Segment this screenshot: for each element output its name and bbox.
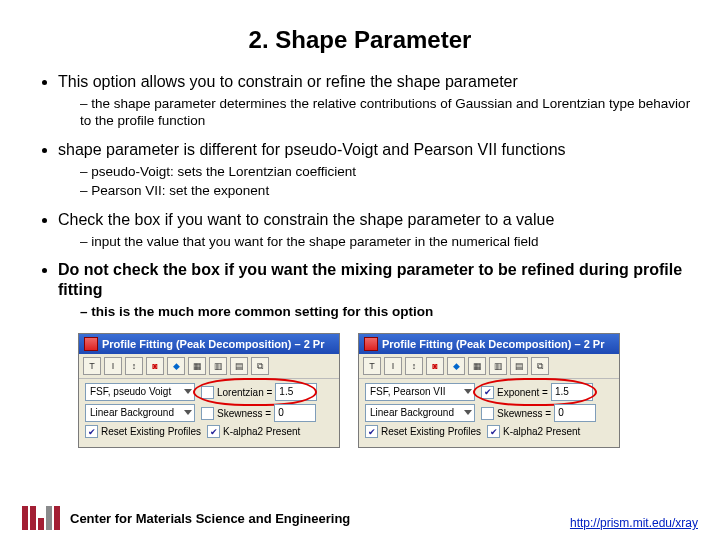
exponent-field[interactable]: 1.5 <box>551 383 593 401</box>
toolbar-button[interactable]: ↕ <box>405 357 423 375</box>
kalpha2-label: K-alpha2 Present <box>503 426 580 437</box>
window-title-text: Profile Fitting (Peak Decomposition) – 2… <box>102 338 324 350</box>
toolbar-button[interactable]: ▥ <box>489 357 507 375</box>
bullet-4-text: Do not check the box if you want the mix… <box>58 261 682 298</box>
bullet-2-text: shape parameter is different for pseudo-… <box>58 141 566 158</box>
bullet-2-sub-2: Pearson VII: set the exponent <box>80 183 692 200</box>
bullet-list: This option allows you to constrain or r… <box>28 72 692 321</box>
kalpha2-checkbox[interactable]: ✔ <box>207 425 220 438</box>
slide-title: 2. Shape Parameter <box>28 26 692 54</box>
toolbar-button[interactable]: ▦ <box>468 357 486 375</box>
toolbar-button[interactable]: ◆ <box>167 357 185 375</box>
toolbar: T I ↕ ◙ ◆ ▦ ▥ ▤ ⧉ <box>79 354 339 379</box>
bullet-4: Do not check the box if you want the mix… <box>58 260 692 321</box>
app-icon <box>84 337 98 351</box>
kalpha2-label: K-alpha2 Present <box>223 426 300 437</box>
app-icon <box>364 337 378 351</box>
toolbar-button[interactable]: T <box>83 357 101 375</box>
window-title-text: Profile Fitting (Peak Decomposition) – 2… <box>382 338 604 350</box>
toolbar-button[interactable]: I <box>384 357 402 375</box>
toolbar: T I ↕ ◙ ◆ ▦ ▥ ▤ ⧉ <box>359 354 619 379</box>
toolbar-button[interactable]: ▦ <box>188 357 206 375</box>
kalpha2-checkbox[interactable]: ✔ <box>487 425 500 438</box>
bullet-2-sub-1: pseudo-Voigt: sets the Lorentzian coeffi… <box>80 164 692 181</box>
toolbar-button[interactable]: ▤ <box>230 357 248 375</box>
skewness-label: Skewness = <box>217 408 271 419</box>
bullet-3-text: Check the box if you want to constrain t… <box>58 211 554 228</box>
toolbar-button[interactable]: ▤ <box>510 357 528 375</box>
window-titlebar: Profile Fitting (Peak Decomposition) – 2… <box>359 334 619 354</box>
mit-logo <box>22 506 60 530</box>
toolbar-button[interactable]: T <box>363 357 381 375</box>
toolbar-button[interactable]: ⧉ <box>531 357 549 375</box>
screenshot-pseudo-voigt: Profile Fitting (Peak Decomposition) – 2… <box>78 333 340 448</box>
footer-center-text: Center for Materials Science and Enginee… <box>70 511 350 526</box>
bullet-1: This option allows you to constrain or r… <box>58 72 692 130</box>
toolbar-button[interactable]: ⧉ <box>251 357 269 375</box>
reset-profiles-checkbox[interactable]: ✔ <box>85 425 98 438</box>
background-dropdown[interactable]: Linear Background <box>85 404 195 422</box>
bullet-3-sub-1: input the value that you want for the sh… <box>80 234 692 251</box>
background-dropdown[interactable]: Linear Background <box>365 404 475 422</box>
bullet-1-text: This option allows you to constrain or r… <box>58 73 518 90</box>
lorentzian-checkbox[interactable] <box>201 386 214 399</box>
skewness-checkbox[interactable] <box>201 407 214 420</box>
lorentzian-field[interactable]: 1.5 <box>275 383 317 401</box>
bullet-2: shape parameter is different for pseudo-… <box>58 140 692 200</box>
skewness-field[interactable]: 0 <box>274 404 316 422</box>
skewness-checkbox[interactable] <box>481 407 494 420</box>
exponent-label: Exponent = <box>497 387 548 398</box>
screenshot-pearson-vii: Profile Fitting (Peak Decomposition) – 2… <box>358 333 620 448</box>
fsf-dropdown[interactable]: FSF, pseudo Voigt <box>85 383 195 401</box>
skewness-field[interactable]: 0 <box>554 404 596 422</box>
fsf-dropdown[interactable]: FSF, Pearson VII <box>365 383 475 401</box>
reset-profiles-checkbox[interactable]: ✔ <box>365 425 378 438</box>
toolbar-button[interactable]: ▥ <box>209 357 227 375</box>
exponent-checkbox[interactable]: ✔ <box>481 386 494 399</box>
skewness-label: Skewness = <box>497 408 551 419</box>
toolbar-button[interactable]: ↕ <box>125 357 143 375</box>
toolbar-button[interactable]: ◙ <box>426 357 444 375</box>
reset-profiles-label: Reset Existing Profiles <box>101 426 201 437</box>
screenshots-row: Profile Fitting (Peak Decomposition) – 2… <box>78 333 692 448</box>
slide-footer: Center for Materials Science and Enginee… <box>22 506 698 530</box>
window-titlebar: Profile Fitting (Peak Decomposition) – 2… <box>79 334 339 354</box>
bullet-3: Check the box if you want to constrain t… <box>58 210 692 251</box>
lorentzian-label: Lorentzian = <box>217 387 272 398</box>
bullet-4-sub-1: this is the much more common setting for… <box>80 304 692 321</box>
reset-profiles-label: Reset Existing Profiles <box>381 426 481 437</box>
bullet-1-sub-1: the shape parameter determines the relat… <box>80 96 692 130</box>
toolbar-button[interactable]: ◆ <box>447 357 465 375</box>
footer-link[interactable]: http://prism.mit.edu/xray <box>570 516 698 530</box>
toolbar-button[interactable]: I <box>104 357 122 375</box>
toolbar-button[interactable]: ◙ <box>146 357 164 375</box>
